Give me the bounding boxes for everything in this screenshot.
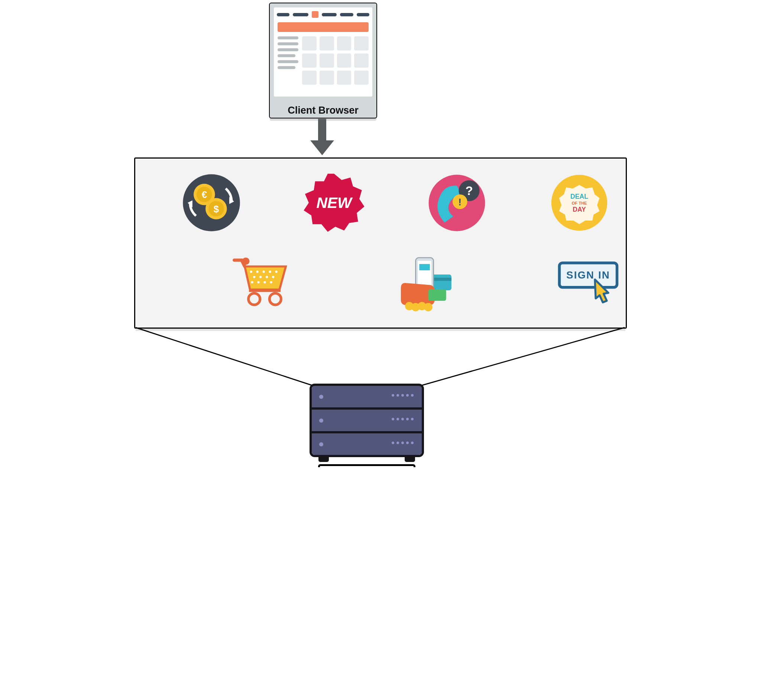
svg-point-23 <box>253 276 255 278</box>
svg-point-32 <box>249 293 260 305</box>
svg-point-25 <box>266 276 268 278</box>
svg-point-17 <box>242 257 250 265</box>
server-stack-icon <box>310 384 424 457</box>
svg-point-24 <box>259 276 261 278</box>
client-browser-label: Client Browser <box>270 105 376 116</box>
svg-point-18 <box>250 271 252 273</box>
svg-text:€: € <box>202 189 207 200</box>
svg-point-30 <box>270 281 272 283</box>
svg-text:?: ? <box>465 184 473 198</box>
svg-rect-38 <box>419 264 429 270</box>
svg-point-28 <box>257 281 259 283</box>
signin-text: SIGN IN <box>566 269 610 281</box>
svg-text:!: ! <box>458 197 462 208</box>
svg-point-20 <box>263 271 265 273</box>
svg-point-19 <box>257 271 258 273</box>
svg-point-22 <box>276 271 277 273</box>
server-label-box: Single Instance <box>318 464 415 467</box>
svg-point-29 <box>263 281 266 283</box>
new-badge-text: NEW <box>316 194 353 211</box>
svg-line-48 <box>419 328 625 386</box>
client-browser: Client Browser <box>269 3 377 119</box>
server-single-instance: Single Instance <box>310 384 424 467</box>
services-container: € $ NEW <box>134 158 627 329</box>
svg-line-47 <box>136 328 315 386</box>
svg-rect-40 <box>428 289 446 300</box>
mobile-checkout-icon <box>393 251 457 314</box>
arrow-down-icon <box>310 119 334 160</box>
phone-support-icon: ? ! <box>425 171 488 234</box>
svg-point-33 <box>269 293 281 305</box>
new-badge-icon: NEW <box>302 171 366 234</box>
server-label: Single Instance <box>336 467 397 467</box>
sign-in-icon: SIGN IN <box>557 251 620 314</box>
svg-text:$: $ <box>214 204 219 214</box>
deal-text-1: DEAL <box>570 193 588 200</box>
deal-of-the-day-icon: DEAL OF THE DAY <box>548 171 611 234</box>
architecture-diagram: Client Browser € $ <box>127 0 634 467</box>
svg-point-26 <box>272 276 274 278</box>
deal-text-2: OF THE <box>572 201 587 205</box>
browser-wireframe <box>274 8 372 97</box>
svg-point-44 <box>424 303 432 311</box>
svg-point-21 <box>269 271 271 273</box>
currency-exchange-icon: € $ <box>180 171 243 234</box>
shopping-cart-icon <box>230 251 293 314</box>
svg-point-27 <box>251 281 253 283</box>
deal-text-3: DAY <box>573 206 586 213</box>
